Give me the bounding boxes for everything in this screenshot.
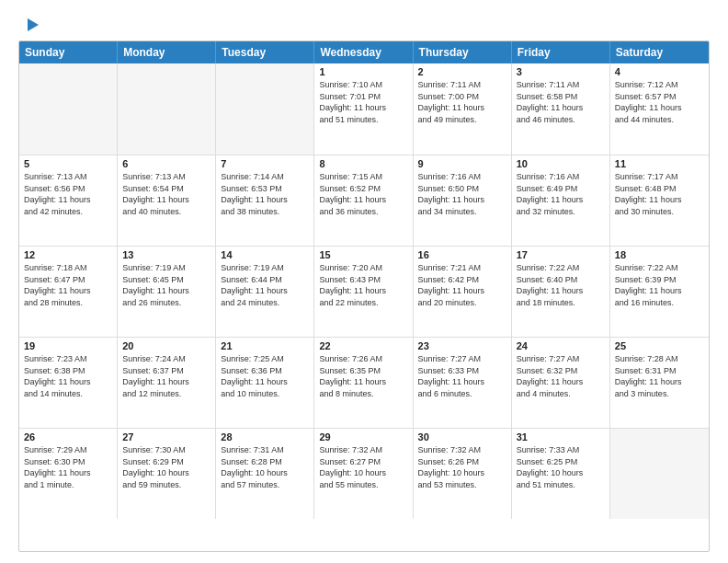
day-info: Sunrise: 7:20 AM Sunset: 6:43 PM Dayligh…	[319, 262, 407, 308]
day-info: Sunrise: 7:13 AM Sunset: 6:54 PM Dayligh…	[122, 171, 210, 217]
day-info: Sunrise: 7:24 AM Sunset: 6:37 PM Dayligh…	[122, 353, 210, 399]
day-info: Sunrise: 7:13 AM Sunset: 6:56 PM Dayligh…	[24, 171, 112, 217]
day-number: 27	[122, 431, 210, 442]
day-number: 26	[24, 431, 112, 442]
calendar-empty-cell	[118, 63, 216, 155]
weekday-header-sunday: Sunday	[19, 41, 118, 63]
day-number: 21	[221, 340, 309, 351]
day-info: Sunrise: 7:27 AM Sunset: 6:32 PM Dayligh…	[517, 353, 605, 399]
day-info: Sunrise: 7:32 AM Sunset: 6:27 PM Dayligh…	[319, 444, 407, 490]
calendar-day-10: 10Sunrise: 7:16 AM Sunset: 6:49 PM Dayli…	[512, 155, 610, 246]
day-number: 10	[517, 158, 605, 169]
calendar-day-14: 14Sunrise: 7:19 AM Sunset: 6:44 PM Dayli…	[216, 247, 314, 337]
page: SundayMondayTuesdayWednesdayThursdayFrid…	[0, 0, 728, 563]
calendar-day-16: 16Sunrise: 7:21 AM Sunset: 6:42 PM Dayli…	[414, 247, 512, 337]
calendar-row-5: 26Sunrise: 7:29 AM Sunset: 6:30 PM Dayli…	[19, 428, 709, 519]
calendar-empty-cell	[19, 63, 118, 155]
calendar-day-26: 26Sunrise: 7:29 AM Sunset: 6:30 PM Dayli…	[19, 429, 118, 519]
calendar-day-11: 11Sunrise: 7:17 AM Sunset: 6:48 PM Dayli…	[610, 155, 709, 246]
day-info: Sunrise: 7:11 AM Sunset: 7:00 PM Dayligh…	[418, 79, 506, 125]
day-info: Sunrise: 7:15 AM Sunset: 6:52 PM Dayligh…	[319, 171, 407, 217]
day-number: 13	[122, 249, 210, 260]
calendar-day-23: 23Sunrise: 7:27 AM Sunset: 6:33 PM Dayli…	[414, 338, 512, 428]
day-info: Sunrise: 7:19 AM Sunset: 6:44 PM Dayligh…	[221, 262, 309, 308]
day-info: Sunrise: 7:19 AM Sunset: 6:45 PM Dayligh…	[122, 262, 210, 308]
day-info: Sunrise: 7:21 AM Sunset: 6:42 PM Dayligh…	[418, 262, 506, 308]
day-number: 5	[24, 158, 112, 169]
calendar-day-1: 1Sunrise: 7:10 AM Sunset: 7:01 PM Daylig…	[314, 63, 413, 155]
logo	[18, 15, 40, 31]
weekday-header-thursday: Thursday	[414, 41, 512, 63]
day-number: 30	[418, 431, 506, 442]
day-info: Sunrise: 7:23 AM Sunset: 6:38 PM Dayligh…	[24, 353, 112, 399]
calendar-row-4: 19Sunrise: 7:23 AM Sunset: 6:38 PM Dayli…	[19, 337, 709, 428]
calendar-day-18: 18Sunrise: 7:22 AM Sunset: 6:39 PM Dayli…	[610, 247, 709, 337]
day-number: 18	[615, 249, 704, 260]
weekday-header-monday: Monday	[118, 41, 216, 63]
day-info: Sunrise: 7:33 AM Sunset: 6:25 PM Dayligh…	[517, 444, 605, 490]
weekday-header-friday: Friday	[512, 41, 610, 63]
calendar-row-3: 12Sunrise: 7:18 AM Sunset: 6:47 PM Dayli…	[19, 246, 709, 337]
calendar-day-20: 20Sunrise: 7:24 AM Sunset: 6:37 PM Dayli…	[118, 338, 216, 428]
day-info: Sunrise: 7:17 AM Sunset: 6:48 PM Dayligh…	[615, 171, 704, 217]
day-number: 19	[24, 340, 112, 351]
calendar-day-2: 2Sunrise: 7:11 AM Sunset: 7:00 PM Daylig…	[414, 63, 512, 155]
calendar-day-5: 5Sunrise: 7:13 AM Sunset: 6:56 PM Daylig…	[19, 155, 118, 246]
day-info: Sunrise: 7:10 AM Sunset: 7:01 PM Dayligh…	[319, 79, 407, 125]
day-info: Sunrise: 7:26 AM Sunset: 6:35 PM Dayligh…	[319, 353, 407, 399]
calendar-day-9: 9Sunrise: 7:16 AM Sunset: 6:50 PM Daylig…	[414, 155, 512, 246]
day-info: Sunrise: 7:27 AM Sunset: 6:33 PM Dayligh…	[418, 353, 506, 399]
day-info: Sunrise: 7:11 AM Sunset: 6:58 PM Dayligh…	[517, 79, 605, 125]
calendar-day-7: 7Sunrise: 7:14 AM Sunset: 6:53 PM Daylig…	[216, 155, 314, 246]
day-info: Sunrise: 7:25 AM Sunset: 6:36 PM Dayligh…	[221, 353, 309, 399]
day-number: 7	[221, 158, 309, 169]
day-number: 22	[319, 340, 407, 351]
day-number: 8	[319, 158, 407, 169]
calendar-row-1: 1Sunrise: 7:10 AM Sunset: 7:01 PM Daylig…	[19, 63, 709, 155]
calendar-day-19: 19Sunrise: 7:23 AM Sunset: 6:38 PM Dayli…	[19, 338, 118, 428]
day-number: 31	[517, 431, 605, 442]
calendar-day-24: 24Sunrise: 7:27 AM Sunset: 6:32 PM Dayli…	[512, 338, 610, 428]
day-number: 1	[319, 66, 407, 77]
logo-text	[18, 15, 40, 35]
day-number: 11	[615, 158, 704, 169]
day-info: Sunrise: 7:28 AM Sunset: 6:31 PM Dayligh…	[615, 353, 704, 399]
day-info: Sunrise: 7:31 AM Sunset: 6:28 PM Dayligh…	[221, 444, 309, 490]
day-number: 12	[24, 249, 112, 260]
calendar-day-31: 31Sunrise: 7:33 AM Sunset: 6:25 PM Dayli…	[512, 429, 610, 519]
calendar-day-27: 27Sunrise: 7:30 AM Sunset: 6:29 PM Dayli…	[118, 429, 216, 519]
day-number: 14	[221, 249, 309, 260]
calendar-day-22: 22Sunrise: 7:26 AM Sunset: 6:35 PM Dayli…	[314, 338, 413, 428]
calendar-header: SundayMondayTuesdayWednesdayThursdayFrid…	[19, 41, 709, 63]
day-info: Sunrise: 7:12 AM Sunset: 6:57 PM Dayligh…	[615, 79, 704, 125]
day-info: Sunrise: 7:30 AM Sunset: 6:29 PM Dayligh…	[122, 444, 210, 490]
calendar-day-13: 13Sunrise: 7:19 AM Sunset: 6:45 PM Dayli…	[118, 247, 216, 337]
day-number: 15	[319, 249, 407, 260]
day-info: Sunrise: 7:18 AM Sunset: 6:47 PM Dayligh…	[24, 262, 112, 308]
weekday-header-saturday: Saturday	[610, 41, 709, 63]
logo-icon	[20, 15, 40, 35]
calendar-day-12: 12Sunrise: 7:18 AM Sunset: 6:47 PM Dayli…	[19, 247, 118, 337]
day-info: Sunrise: 7:16 AM Sunset: 6:49 PM Dayligh…	[517, 171, 605, 217]
day-number: 25	[615, 340, 704, 351]
day-number: 9	[418, 158, 506, 169]
day-number: 24	[517, 340, 605, 351]
calendar-empty-cell	[216, 63, 314, 155]
day-number: 23	[418, 340, 506, 351]
calendar-day-29: 29Sunrise: 7:32 AM Sunset: 6:27 PM Dayli…	[314, 429, 413, 519]
day-number: 16	[418, 249, 506, 260]
calendar-row-2: 5Sunrise: 7:13 AM Sunset: 6:56 PM Daylig…	[19, 155, 709, 246]
weekday-header-wednesday: Wednesday	[314, 41, 413, 63]
day-number: 4	[615, 66, 704, 77]
day-info: Sunrise: 7:16 AM Sunset: 6:50 PM Dayligh…	[418, 171, 506, 217]
day-number: 29	[319, 431, 407, 442]
calendar-day-6: 6Sunrise: 7:13 AM Sunset: 6:54 PM Daylig…	[118, 155, 216, 246]
calendar-day-28: 28Sunrise: 7:31 AM Sunset: 6:28 PM Dayli…	[216, 429, 314, 519]
day-number: 17	[517, 249, 605, 260]
calendar-empty-cell	[610, 429, 709, 519]
calendar-day-30: 30Sunrise: 7:32 AM Sunset: 6:26 PM Dayli…	[414, 429, 512, 519]
day-number: 20	[122, 340, 210, 351]
calendar-day-3: 3Sunrise: 7:11 AM Sunset: 6:58 PM Daylig…	[512, 63, 610, 155]
day-info: Sunrise: 7:22 AM Sunset: 6:39 PM Dayligh…	[615, 262, 704, 308]
header	[18, 15, 710, 31]
